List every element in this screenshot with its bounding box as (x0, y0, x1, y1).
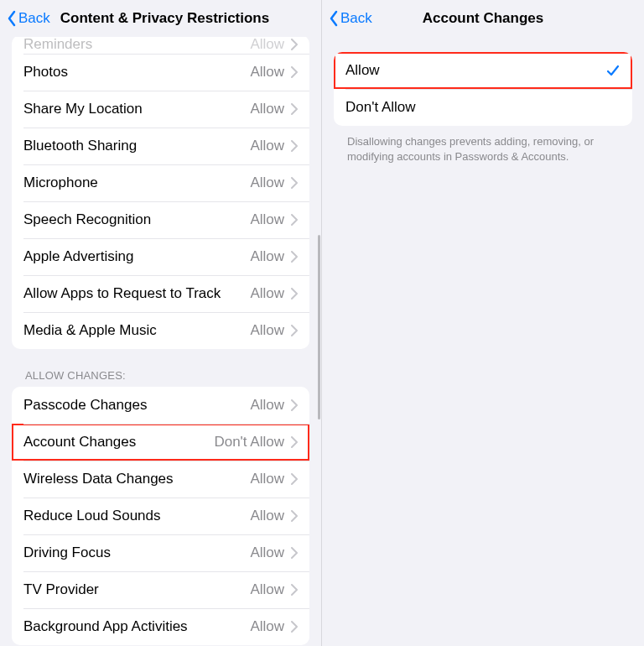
row-value: Allow (250, 138, 284, 154)
row-label: Allow Apps to Request to Track (23, 285, 250, 302)
chevron-right-icon (291, 547, 298, 559)
row-value: Allow (250, 64, 284, 81)
row-label: Apple Advertising (23, 248, 250, 265)
chevron-right-icon (291, 251, 298, 263)
chevron-right-icon (291, 436, 298, 448)
list-row[interactable]: MicrophoneAllow (12, 164, 309, 201)
row-value: Allow (250, 508, 284, 524)
list-row[interactable]: TV ProviderAllow (12, 571, 309, 608)
row-value: Allow (250, 322, 284, 339)
left-nav-title: Content & Privacy Restrictions (60, 10, 269, 27)
left-pane: Back Content & Privacy Restrictions Remi… (0, 0, 322, 646)
checkmark-icon (605, 63, 621, 78)
list-row[interactable]: PhotosAllow (12, 54, 309, 91)
chevron-right-icon (291, 288, 298, 300)
left-back-label: Back (18, 10, 50, 27)
list-row[interactable]: Speech RecognitionAllow (12, 201, 309, 238)
allow-changes-group: Passcode ChangesAllowAccount ChangesDon'… (12, 387, 309, 645)
right-navbar: Back Account Changes (322, 0, 644, 37)
list-row[interactable]: Bluetooth SharingAllow (12, 128, 309, 164)
chevron-right-icon (291, 399, 298, 411)
privacy-group: RemindersAllowPhotosAllowShare My Locati… (12, 37, 309, 349)
chevron-right-icon (291, 66, 298, 78)
right-scroll: AllowDon't Allow Disallowing changes pre… (322, 37, 644, 646)
row-label: Wireless Data Changes (23, 471, 250, 487)
row-label: Don't Allow (345, 99, 621, 116)
list-row[interactable]: Driving FocusAllow (12, 534, 309, 571)
chevron-right-icon (291, 621, 298, 633)
row-value: Allow (250, 618, 284, 635)
row-label: Media & Apple Music (23, 322, 250, 339)
row-value: Allow (250, 211, 284, 228)
footer-note: Disallowing changes prevents adding, rem… (347, 134, 619, 164)
list-row[interactable]: Allow (334, 52, 632, 89)
row-value: Allow (250, 471, 284, 487)
row-label: TV Provider (23, 581, 250, 598)
row-label: Share My Location (23, 101, 250, 117)
row-value: Allow (250, 581, 284, 598)
chevron-right-icon (291, 510, 298, 522)
list-row[interactable]: Allow Apps to Request to TrackAllow (12, 275, 309, 312)
right-back-button[interactable]: Back (329, 10, 372, 27)
row-value: Allow (250, 101, 284, 117)
list-row[interactable]: Share My LocationAllow (12, 91, 309, 128)
list-row[interactable]: Don't Allow (334, 89, 632, 126)
options-group: AllowDon't Allow (334, 52, 632, 126)
left-back-button[interactable]: Back (7, 10, 50, 27)
row-label: Passcode Changes (23, 397, 250, 414)
chevron-left-icon (329, 10, 339, 27)
row-label: Reduce Loud Sounds (23, 508, 250, 524)
row-value: Allow (250, 37, 284, 53)
row-value: Allow (250, 397, 284, 414)
row-label: Microphone (23, 175, 250, 191)
chevron-right-icon (291, 325, 298, 336)
chevron-right-icon (291, 140, 298, 152)
chevron-left-icon (7, 10, 17, 27)
list-row[interactable]: Passcode ChangesAllow (12, 387, 309, 424)
row-label: Allow (345, 62, 605, 79)
right-pane: Back Account Changes AllowDon't Allow Di… (322, 0, 644, 646)
scrollbar[interactable] (318, 235, 320, 419)
list-row[interactable]: RemindersAllow (12, 37, 309, 54)
chevron-right-icon (291, 584, 298, 596)
chevron-right-icon (291, 177, 298, 189)
row-label: Speech Recognition (23, 211, 250, 228)
left-navbar: Back Content & Privacy Restrictions (0, 0, 321, 37)
row-value: Allow (250, 285, 284, 302)
allow-changes-header: ALLOW CHANGES: (25, 369, 296, 382)
chevron-right-icon (291, 39, 298, 50)
row-label: Bluetooth Sharing (23, 138, 250, 154)
row-label: Driving Focus (23, 544, 250, 561)
row-label: Photos (23, 64, 250, 81)
chevron-right-icon (291, 473, 298, 485)
list-row[interactable]: Account ChangesDon't Allow (12, 424, 309, 461)
row-label: Account Changes (23, 434, 214, 451)
list-row[interactable]: Background App ActivitiesAllow (12, 608, 309, 645)
row-label: Background App Activities (23, 618, 250, 635)
chevron-right-icon (291, 103, 298, 115)
row-value: Don't Allow (214, 434, 284, 451)
row-label: Reminders (23, 37, 250, 53)
list-row[interactable]: Reduce Loud SoundsAllow (12, 498, 309, 534)
right-back-label: Back (340, 10, 372, 27)
list-row[interactable]: Media & Apple MusicAllow (12, 312, 309, 349)
list-row[interactable]: Wireless Data ChangesAllow (12, 461, 309, 498)
row-value: Allow (250, 175, 284, 191)
list-row[interactable]: Apple AdvertisingAllow (12, 238, 309, 275)
row-value: Allow (250, 248, 284, 265)
row-value: Allow (250, 544, 284, 561)
chevron-right-icon (291, 214, 298, 226)
left-scroll[interactable]: RemindersAllowPhotosAllowShare My Locati… (0, 37, 321, 646)
